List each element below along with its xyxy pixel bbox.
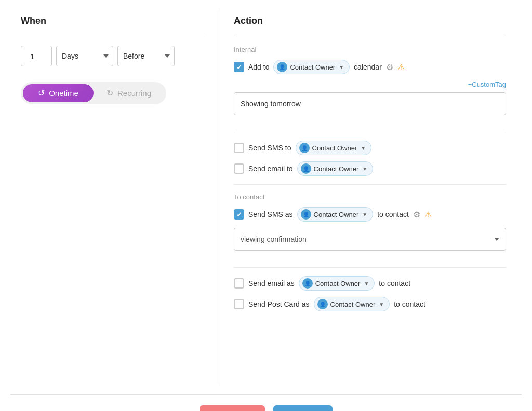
send-sms-to-checkbox[interactable] (234, 143, 244, 153)
onetime-button[interactable]: ↺ Onetime (23, 84, 94, 102)
internal-label: Internal (234, 46, 506, 53)
action-title: Action (234, 16, 506, 26)
cancel-button[interactable]: Cancel (200, 405, 265, 411)
recurring-icon: ↻ (107, 88, 113, 98)
to-contact-text-2: to contact (379, 279, 410, 287)
contact-owner-icon-4: 👤 (301, 209, 311, 220)
to-contact-label: To contact (234, 193, 506, 201)
send-email-as-text: Send email as (248, 279, 295, 287)
send-email-as-contact-owner-badge[interactable]: 👤 Contact Owner ▼ (299, 276, 375, 291)
send-sms-as-contact-owner-badge[interactable]: 👤 Contact Owner ▼ (297, 207, 374, 222)
showing-tomorrow-input[interactable] (234, 92, 506, 115)
add-to-text: Add to (248, 63, 269, 71)
contact-owner-icon-1: 👤 (277, 62, 287, 72)
dropdown-arrow-4: ▼ (362, 212, 367, 217)
send-email-to-row: Send email to 👤 Contact Owner ▼ (234, 161, 506, 176)
send-email-to-contact-owner-badge[interactable]: 👤 Contact Owner ▼ (297, 161, 374, 176)
add-to-calendar-checkbox[interactable] (234, 62, 244, 72)
send-postcard-as-text: Send Post Card as (248, 300, 310, 308)
onetime-icon: ↺ (38, 88, 45, 98)
to-contact-text-3: to contact (394, 300, 425, 308)
warning-icon-1: ⚠ (397, 62, 405, 72)
add-to-calendar-row: Add to 👤 Contact Owner ▼ calendar ⚙ ⚠ (234, 60, 506, 74)
send-sms-as-checkbox[interactable] (234, 209, 244, 220)
contact-owner-label-5: Contact Owner (315, 280, 361, 287)
when-title: When (21, 16, 207, 26)
recurring-button[interactable]: ↻ Recurring (94, 84, 164, 102)
custom-tag-link[interactable]: +CustomTag (234, 80, 506, 88)
send-sms-as-text: Send SMS as (248, 210, 293, 218)
send-sms-to-row: Send SMS to 👤 Contact Owner ▼ (234, 141, 506, 155)
send-postcard-as-checkbox[interactable] (234, 299, 244, 309)
send-postcard-as-row: Send Post Card as 👤 Contact Owner ▼ to c… (234, 297, 506, 311)
to-contact-text-1: to contact (377, 210, 409, 218)
action-panel: Action Internal Add to 👤 Contact Owner ▼… (218, 10, 522, 384)
onetime-label: Onetime (49, 89, 78, 98)
send-email-as-row: Send email as 👤 Contact Owner ▼ to conta… (234, 276, 506, 291)
contact-owner-label-6: Contact Owner (330, 300, 376, 308)
viewing-confirmation-select[interactable]: viewing confirmation (234, 228, 506, 251)
send-email-as-checkbox[interactable] (234, 278, 244, 289)
add-to-contact-owner-badge[interactable]: 👤 Contact Owner ▼ (273, 60, 350, 74)
send-email-to-text: Send email to (248, 165, 293, 173)
calendar-text: calendar (354, 63, 382, 71)
footer: Cancel Save (10, 394, 522, 411)
send-postcard-as-contact-owner-badge[interactable]: 👤 Contact Owner ▼ (314, 297, 390, 311)
gear-icon-2[interactable]: ⚙ (413, 210, 420, 220)
send-sms-as-row: Send SMS as 👤 Contact Owner ▼ to contact… (234, 207, 506, 222)
toggle-group: ↺ Onetime ↻ Recurring (21, 82, 166, 104)
dropdown-arrow-2: ▼ (361, 145, 366, 151)
contact-owner-label-1: Contact Owner (290, 63, 335, 71)
contact-owner-icon-3: 👤 (301, 163, 311, 174)
save-button[interactable]: Save (273, 405, 332, 411)
contact-owner-icon-6: 👤 (317, 299, 328, 309)
warning-icon-2: ⚠ (424, 210, 432, 220)
send-email-to-checkbox[interactable] (234, 163, 244, 174)
dropdown-arrow-3: ▼ (362, 166, 367, 172)
number-input[interactable] (21, 46, 52, 66)
send-sms-to-text: Send SMS to (248, 144, 291, 152)
gear-icon-1[interactable]: ⚙ (386, 62, 393, 72)
dropdown-arrow-6: ▼ (379, 302, 384, 307)
when-panel: When Days Hours Weeks Before After ↺ One… (10, 10, 218, 384)
recurring-label: Recurring (117, 89, 151, 98)
contact-owner-icon-5: 👤 (302, 278, 313, 289)
send-sms-to-contact-owner-badge[interactable]: 👤 Contact Owner ▼ (296, 141, 372, 155)
contact-owner-icon-2: 👤 (299, 143, 310, 153)
before-select[interactable]: Before After (117, 46, 175, 66)
dropdown-arrow-1: ▼ (339, 64, 344, 70)
contact-owner-label-4: Contact Owner (314, 211, 359, 218)
contact-owner-label-3: Contact Owner (314, 165, 359, 173)
contact-owner-label-2: Contact Owner (312, 144, 357, 152)
dropdown-arrow-5: ▼ (364, 281, 369, 286)
when-controls: Days Hours Weeks Before After (21, 46, 207, 66)
days-select[interactable]: Days Hours Weeks (56, 46, 113, 66)
